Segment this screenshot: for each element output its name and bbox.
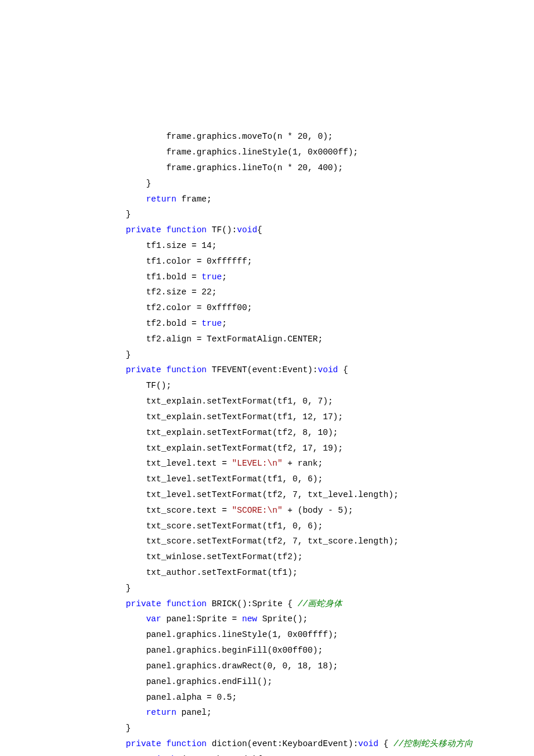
code-line: txt_explain.setTextFormat(tf1, 12, 17); — [106, 409, 534, 425]
code-line: frame.graphics.lineStyle(1, 0x0000ff); — [106, 145, 534, 160]
code-line: private function TF():void{ — [106, 222, 534, 238]
code-line: } — [106, 581, 534, 596]
code-line: } — [106, 176, 534, 192]
code-line: txt_explain.setTextFormat(tf1, 0, 7); — [106, 394, 534, 409]
code-line: tf2.color = 0xffff00; — [106, 300, 534, 316]
code-line: panel.graphics.beginFill(0x00ff00); — [106, 643, 534, 658]
code-line: txt_explain.setTextFormat(tf2, 17, 19); — [106, 441, 534, 456]
code-line: txt_level.text = "LEVEL:\n" + rank; — [106, 456, 534, 471]
code-line: txt_level.setTextFormat(tf1, 0, 6); — [106, 471, 534, 487]
code-line: frame.graphics.moveTo(n * 20, 0); — [106, 129, 534, 145]
code-line: tf1.size = 14; — [106, 238, 534, 254]
code-line: tf2.align = TextFormatAlign.CENTER; — [106, 332, 534, 347]
code-line: tf2.size = 22; — [106, 285, 534, 300]
code-line: private function BRICK():Sprite { //画蛇身体 — [106, 596, 534, 612]
code-line: frame.graphics.lineTo(n * 20, 400); — [106, 160, 534, 176]
code-line: TF(); — [106, 378, 534, 394]
code-line: txt_explain.setTextFormat(tf2, 8, 10); — [106, 425, 534, 441]
code-line: txt_score.setTextFormat(tf2, 7, txt_scor… — [106, 534, 534, 549]
code-line: panel.graphics.lineStyle(1, 0x00ffff); — [106, 627, 534, 643]
code-line: panel.alpha = 0.5; — [106, 690, 534, 705]
code-line: tf2.bold = true; — [106, 316, 534, 332]
code-line: txt_score.setTextFormat(tf1, 0, 6); — [106, 519, 534, 534]
code-line: txt_score.text = "SCORE:\n" + (body - 5)… — [106, 503, 534, 519]
code-line: tf1.bold = true; — [106, 269, 534, 285]
code-line: return frame; — [106, 192, 534, 207]
code-line: } — [106, 721, 534, 736]
code-line: switch (event.keyCode){ — [106, 752, 534, 756]
code-line: return panel; — [106, 705, 534, 721]
code-line: panel.graphics.drawRect(0, 0, 18, 18); — [106, 658, 534, 674]
code-line: panel.graphics.endFill(); — [106, 674, 534, 690]
code-block: frame.graphics.moveTo(n * 20, 0); frame.… — [0, 62, 534, 756]
code-line: tf1.color = 0xffffff; — [106, 254, 534, 269]
code-line: private function TFEVENT(event:Event):vo… — [106, 362, 534, 378]
code-line: txt_winlose.setTextFormat(tf2); — [106, 549, 534, 565]
code-line: txt_level.setTextFormat(tf2, 7, txt_leve… — [106, 487, 534, 503]
code-line: } — [106, 347, 534, 363]
code-line: var panel:Sprite = new Sprite(); — [106, 611, 534, 627]
code-line: txt_author.setTextFormat(tf1); — [106, 565, 534, 581]
code-line: } — [106, 207, 534, 222]
code-line: private function diction(event:KeyboardE… — [106, 736, 534, 752]
